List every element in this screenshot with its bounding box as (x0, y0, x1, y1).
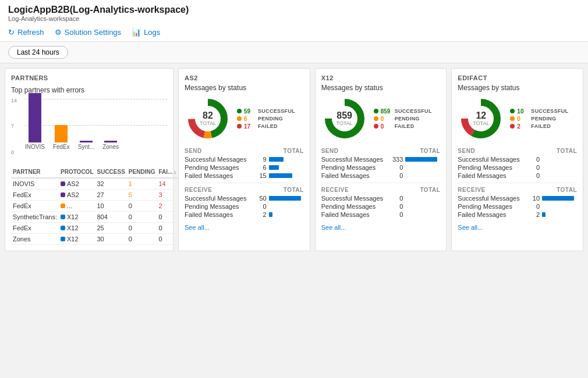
cell-partner: FedEx (11, 223, 59, 234)
th-fail: FAI...↓ (157, 166, 178, 178)
logs-label: Logs (144, 28, 160, 37)
cell-protocol: ... (59, 201, 95, 212)
legend-dot (374, 109, 378, 113)
sr-row-label: Failed Messages (458, 172, 522, 179)
as2-receive-rows: Successful Messages 50 Pending Messages … (185, 195, 304, 218)
edifact-legend: 10 SUCCESSFUL 0 PENDING 2 FAILED (510, 108, 568, 130)
bar-zones: Zones (102, 141, 119, 150)
edifact-donut: 12 TOTAL (458, 95, 504, 142)
y-label-7: 7 (11, 123, 14, 129)
as2-see-all[interactable]: See all... (185, 224, 210, 231)
x12-send-total-label: TOTAL (420, 148, 440, 154)
legend-label: PENDING (531, 116, 556, 122)
as2-send-title: SEND TOTAL (185, 148, 304, 154)
cell-pending: 0 (127, 234, 157, 245)
x12-donut-label: 859 TOTAL (336, 111, 353, 126)
sr-row-label: Pending Messages (458, 164, 522, 171)
protocol-badge: X12 (61, 213, 79, 220)
x12-total-label: TOTAL (336, 120, 353, 126)
as2-send-rows: Successful Messages 9 Pending Messages 6… (185, 156, 304, 179)
logs-button[interactable]: 📊 Logs (132, 28, 160, 37)
sr-bar (542, 196, 574, 201)
filter-bar: Last 24 hours (0, 42, 588, 63)
sr-row-count: 0 (385, 195, 403, 202)
cell-success: 32 (95, 178, 127, 190)
cell-success: 804 (95, 212, 127, 223)
edifact-donut-label: 12 TOTAL (473, 111, 489, 126)
as2-legend: 59 SUCCESSFUL 6 PENDING 17 FAILED (237, 108, 295, 130)
x12-receive-label: RECEIVE (321, 187, 349, 193)
sr-row-label: Successful Messages (185, 195, 249, 202)
edifact-receive-total-label: TOTAL (557, 187, 577, 193)
legend-count: 859 (381, 108, 392, 115)
cell-success: 25 (95, 223, 127, 234)
sr-row: Pending Messages 0 (321, 203, 441, 210)
sr-row-label: Pending Messages (458, 203, 522, 210)
x12-donut: 859 TOTAL (321, 95, 368, 142)
sr-bar-wrap (269, 165, 304, 170)
protocol-badge: AS2 (61, 180, 79, 187)
app-subtitle: Log-Analytics-workspace (8, 15, 580, 22)
sr-bar-wrap (269, 196, 304, 201)
sr-row-label: Failed Messages (185, 172, 249, 179)
sr-bar-wrap (542, 196, 577, 201)
edifact-send-rows: Successful Messages 0 Pending Messages 0… (458, 156, 577, 179)
sr-row-count: 0 (522, 156, 540, 163)
legend-item: 0 PENDING (510, 116, 568, 122)
legend-count: 10 (517, 108, 529, 115)
bar-synt-label: Synt... (78, 144, 94, 150)
cell-pending: 0 (127, 223, 157, 234)
x12-send-rows: Successful Messages 333 Pending Messages… (321, 156, 441, 179)
table-row: FedEx AS2 27 5 3 (11, 190, 189, 201)
sr-row-label: Failed Messages (321, 211, 386, 218)
x12-see-all[interactable]: See all... (321, 224, 346, 231)
partners-title: PARTNERS (11, 74, 167, 81)
time-range-button[interactable]: Last 24 hours (8, 46, 68, 59)
refresh-button[interactable]: ↻ Refresh (8, 28, 44, 37)
cell-protocol: X12 (59, 223, 95, 234)
sr-row-label: Successful Messages (321, 195, 386, 202)
refresh-label: Refresh (17, 28, 44, 37)
as2-total-label: TOTAL (200, 120, 216, 126)
legend-dot (374, 116, 378, 121)
cell-pending: 5 (127, 190, 157, 201)
x12-receive-total-label: TOTAL (420, 187, 440, 193)
as2-receive-label: RECEIVE (185, 187, 212, 193)
edifact-donut-section: 12 TOTAL 10 SUCCESSFUL 0 PENDING 2 FAILE… (458, 95, 577, 142)
logs-icon: 📊 (132, 28, 141, 37)
cell-partner: FedEx (11, 190, 59, 201)
legend-dot (510, 116, 515, 121)
sr-bar-wrap (269, 173, 304, 178)
as2-donut-label: 82 TOTAL (200, 111, 216, 126)
sr-row: Failed Messages 0 (458, 172, 577, 179)
cell-fail: 3 (157, 190, 178, 201)
sr-row-count: 10 (522, 195, 540, 202)
sr-row-label: Pending Messages (321, 203, 386, 210)
bar-synt: Synt... (78, 141, 94, 150)
edifact-see-all[interactable]: See all... (458, 224, 483, 231)
sr-row: Pending Messages 6 (185, 164, 304, 171)
solution-settings-button[interactable]: ⚙ Solution Settings (55, 28, 122, 37)
edifact-send-title: SEND TOTAL (458, 148, 577, 154)
sr-row: Successful Messages 333 (321, 156, 441, 163)
sr-bar-wrap (405, 157, 440, 162)
bar-chart: 14 7 0 INOVIS FedEx Synt... (11, 98, 167, 162)
sr-row-label: Successful Messages (458, 156, 522, 163)
legend-count: 0 (381, 116, 392, 122)
sr-row: Pending Messages 0 (458, 164, 577, 171)
sr-row: Pending Messages 0 (185, 203, 304, 210)
legend-count: 2 (517, 123, 529, 130)
sr-bar (269, 157, 284, 162)
legend-count: 17 (244, 123, 256, 130)
y-label-0: 0 (11, 149, 14, 155)
table-row: FedEx ... 10 0 2 (11, 201, 189, 212)
cell-fail: 2 (157, 201, 178, 212)
bar-fedex-label: FedEx (53, 144, 70, 150)
sr-row-count: 0 (522, 172, 540, 179)
legend-dot (237, 109, 242, 113)
legend-item: 17 FAILED (237, 123, 295, 130)
as2-title: AS2 (185, 74, 304, 81)
legend-item: 0 FAILED (374, 123, 432, 130)
sr-row-label: Failed Messages (458, 211, 522, 218)
sr-bar-wrap (542, 212, 577, 217)
